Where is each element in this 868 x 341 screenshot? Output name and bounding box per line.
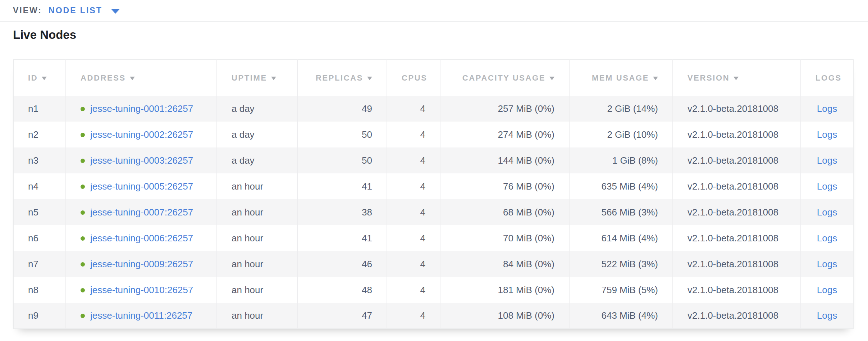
- logs-cell: Logs: [801, 277, 853, 303]
- column-header-version[interactable]: VERSION: [673, 60, 801, 96]
- uptime-cell: a day: [217, 122, 297, 147]
- column-label: LOGS: [816, 73, 842, 82]
- cpus-cell: 4: [387, 147, 440, 173]
- capacity-usage-cell: 181 MiB (0%): [440, 277, 569, 303]
- capacity-usage-cell: 76 MiB (0%): [440, 173, 569, 199]
- logs-link[interactable]: Logs: [817, 155, 837, 166]
- view-selected-value: NODE LIST: [49, 6, 102, 15]
- capacity-usage-cell: 70 MiB (0%): [440, 225, 569, 251]
- node-address-link[interactable]: jesse-tuning-0007:26257: [90, 207, 193, 218]
- node-address-link[interactable]: jesse-tuning-0006:26257: [90, 233, 193, 244]
- column-header-id[interactable]: ID: [13, 60, 66, 96]
- table-body: n1jesse-tuning-0001:26257a day494257 MiB…: [13, 96, 853, 329]
- replicas-cell: 46: [297, 251, 387, 277]
- logs-link[interactable]: Logs: [817, 285, 837, 295]
- sort-desc-icon: [367, 77, 372, 80]
- table-row: n4jesse-tuning-0005:26257an hour41476 Mi…: [13, 173, 853, 199]
- replicas-cell: 50: [297, 147, 387, 173]
- capacity-usage-cell: 108 MiB (0%): [440, 303, 569, 329]
- node-id-cell: n1: [13, 96, 66, 122]
- replicas-cell: 49: [297, 96, 387, 122]
- logs-link[interactable]: Logs: [817, 103, 837, 114]
- live-status-icon: [81, 159, 85, 163]
- node-address-cell: jesse-tuning-0001:26257: [66, 96, 217, 122]
- node-address-link[interactable]: jesse-tuning-0003:26257: [90, 155, 193, 166]
- capacity-usage-cell: 68 MiB (0%): [440, 199, 569, 225]
- live-status-icon: [81, 262, 85, 267]
- node-address-cell: jesse-tuning-0002:26257: [66, 122, 217, 147]
- content-area: Live Nodes ID ADDRESS UPTIME: [0, 22, 868, 329]
- replicas-cell: 47: [297, 303, 387, 329]
- logs-link[interactable]: Logs: [817, 310, 837, 321]
- node-id-cell: n7: [13, 251, 66, 277]
- logs-cell: Logs: [801, 173, 853, 199]
- uptime-cell: a day: [217, 96, 297, 122]
- table-row: n1jesse-tuning-0001:26257a day494257 MiB…: [13, 96, 853, 122]
- column-header-uptime[interactable]: UPTIME: [217, 60, 297, 96]
- node-id-cell: n3: [13, 147, 66, 173]
- sort-desc-icon: [42, 77, 47, 80]
- logs-cell: Logs: [801, 96, 853, 122]
- version-cell: v2.1.0-beta.20181008: [673, 251, 801, 277]
- mem-usage-cell: 2 GiB (10%): [569, 122, 673, 147]
- node-address-link[interactable]: jesse-tuning-0002:26257: [90, 129, 193, 140]
- node-address-link[interactable]: jesse-tuning-0001:26257: [90, 103, 193, 114]
- cpus-cell: 4: [387, 96, 440, 122]
- version-cell: v2.1.0-beta.20181008: [673, 96, 801, 122]
- logs-cell: Logs: [801, 251, 853, 277]
- live-status-icon: [81, 107, 85, 111]
- uptime-cell: an hour: [217, 277, 297, 303]
- version-cell: v2.1.0-beta.20181008: [673, 199, 801, 225]
- node-address-cell: jesse-tuning-0006:26257: [66, 225, 217, 251]
- table-row: n6jesse-tuning-0006:26257an hour41470 Mi…: [13, 225, 853, 251]
- uptime-cell: an hour: [217, 225, 297, 251]
- column-header-mem-usage[interactable]: MEM USAGE: [569, 60, 673, 96]
- node-id-cell: n8: [13, 277, 66, 303]
- mem-usage-cell: 2 GiB (14%): [569, 96, 673, 122]
- live-status-icon: [81, 185, 85, 189]
- node-address-cell: jesse-tuning-0003:26257: [66, 147, 217, 173]
- node-id-cell: n5: [13, 199, 66, 225]
- column-header-logs: LOGS: [801, 60, 853, 96]
- replicas-cell: 41: [297, 173, 387, 199]
- node-address-link[interactable]: jesse-tuning-0005:26257: [90, 181, 193, 192]
- capacity-usage-cell: 274 MiB (0%): [440, 122, 569, 147]
- node-address-cell: jesse-tuning-0010:26257: [66, 277, 217, 303]
- view-bar: VIEW: NODE LIST: [0, 0, 868, 22]
- uptime-cell: an hour: [217, 251, 297, 277]
- sort-desc-icon: [130, 77, 135, 80]
- mem-usage-cell: 759 MiB (5%): [569, 277, 673, 303]
- replicas-cell: 48: [297, 277, 387, 303]
- logs-link[interactable]: Logs: [817, 129, 837, 140]
- table-row: n8jesse-tuning-0010:26257an hour484181 M…: [13, 277, 853, 303]
- node-address-link[interactable]: jesse-tuning-0011:26257: [90, 310, 192, 321]
- version-cell: v2.1.0-beta.20181008: [673, 173, 801, 199]
- live-nodes-table: ID ADDRESS UPTIME REPLICAS CPUS: [13, 59, 854, 329]
- uptime-cell: an hour: [217, 173, 297, 199]
- node-address-cell: jesse-tuning-0011:26257: [66, 303, 217, 329]
- logs-link[interactable]: Logs: [817, 233, 837, 244]
- node-id-cell: n6: [13, 225, 66, 251]
- live-status-icon: [81, 288, 85, 292]
- replicas-cell: 50: [297, 122, 387, 147]
- sort-desc-icon: [271, 77, 276, 80]
- version-cell: v2.1.0-beta.20181008: [673, 225, 801, 251]
- replicas-cell: 41: [297, 225, 387, 251]
- live-status-icon: [81, 236, 85, 241]
- logs-cell: Logs: [801, 199, 853, 225]
- replicas-cell: 38: [297, 199, 387, 225]
- column-header-capacity-usage[interactable]: CAPACITY USAGE: [440, 60, 569, 96]
- view-selector-dropdown[interactable]: NODE LIST: [49, 6, 120, 15]
- table-row: n7jesse-tuning-0009:26257an hour46484 Mi…: [13, 251, 853, 277]
- node-address-link[interactable]: jesse-tuning-0009:26257: [90, 259, 193, 269]
- node-address-link[interactable]: jesse-tuning-0010:26257: [90, 285, 193, 295]
- version-cell: v2.1.0-beta.20181008: [673, 147, 801, 173]
- logs-link[interactable]: Logs: [817, 181, 837, 192]
- table-row: n9jesse-tuning-0011:26257an hour474108 M…: [13, 303, 853, 329]
- column-header-replicas[interactable]: REPLICAS: [297, 60, 387, 96]
- cpus-cell: 4: [387, 277, 440, 303]
- logs-link[interactable]: Logs: [817, 259, 837, 269]
- column-header-address[interactable]: ADDRESS: [66, 60, 217, 96]
- logs-link[interactable]: Logs: [817, 207, 837, 218]
- node-address-cell: jesse-tuning-0005:26257: [66, 173, 217, 199]
